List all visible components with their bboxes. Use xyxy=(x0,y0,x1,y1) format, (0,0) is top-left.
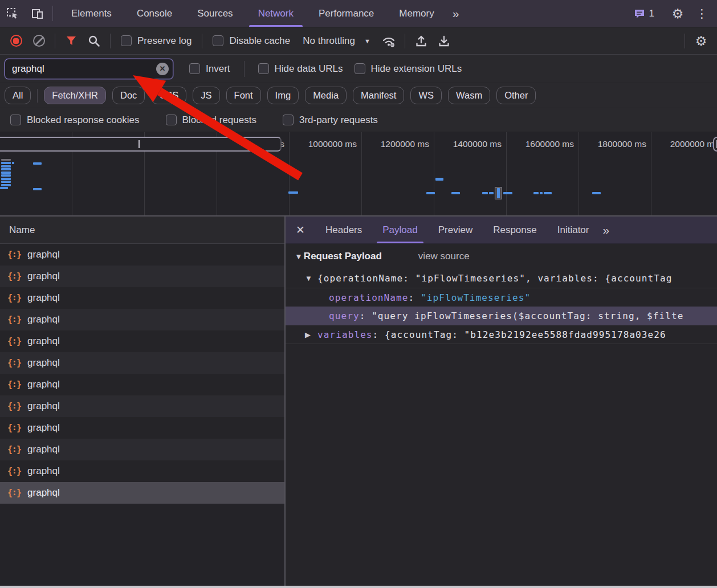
request-name: graphql xyxy=(27,401,60,412)
download-icon xyxy=(437,34,451,48)
throttling-select[interactable]: No throttling ▼ xyxy=(296,35,377,47)
payload-line[interactable]: ▶variables: {accountTag: "b12e3b2192ee55… xyxy=(286,325,717,344)
more-tabs-icon[interactable]: » xyxy=(599,217,612,243)
view-source-link[interactable]: view source xyxy=(418,251,470,262)
panel-tab[interactable]: Memory xyxy=(386,0,446,27)
request-row[interactable]: {∶} graphql xyxy=(0,287,284,309)
settings-button[interactable]: ⚙ xyxy=(665,6,690,21)
type-filter-chip[interactable]: WS xyxy=(410,87,442,104)
more-tabs-icon[interactable]: » xyxy=(447,0,464,27)
panel-tab[interactable]: Elements xyxy=(59,0,124,27)
request-row[interactable]: {∶} graphql xyxy=(0,309,284,330)
waterfall-bar xyxy=(482,192,488,194)
request-row[interactable]: {∶} graphql xyxy=(0,352,284,374)
filter-toggle-button[interactable] xyxy=(60,30,83,52)
details-tab[interactable]: Payload xyxy=(372,217,427,243)
export-har-button[interactable] xyxy=(433,30,455,52)
filter-input[interactable] xyxy=(5,59,173,79)
divider xyxy=(202,34,202,48)
type-filter-chip[interactable]: CSS xyxy=(151,87,186,104)
search-button[interactable] xyxy=(83,30,105,52)
invert-checkbox[interactable]: Invert xyxy=(184,63,236,75)
xhr-json-icon: {∶} xyxy=(7,466,21,476)
section-collapse-icon[interactable]: ▼ xyxy=(295,252,303,261)
record-network-log-button[interactable] xyxy=(5,30,27,52)
import-har-button[interactable] xyxy=(410,30,433,52)
type-filter-chip[interactable]: All xyxy=(5,87,31,104)
disable-cache-label: Disable cache xyxy=(229,35,290,47)
checkbox-icon xyxy=(258,63,269,74)
panel-tab[interactable]: Network xyxy=(246,0,306,27)
name-column-header[interactable]: Name xyxy=(0,217,284,244)
search-icon xyxy=(88,35,100,47)
disable-cache-checkbox[interactable]: Disable cache xyxy=(207,35,296,47)
request-row[interactable]: {∶} graphql xyxy=(0,330,284,352)
request-name: graphql xyxy=(27,444,60,455)
advanced-filter-checkbox[interactable]: Blocked requests xyxy=(160,115,262,126)
network-conditions-button[interactable] xyxy=(377,30,400,52)
collapse-arrow-icon[interactable]: ▶ xyxy=(305,330,317,339)
timeline-tick: 1400000 ms xyxy=(434,132,507,215)
details-tabs: HeadersPayloadPreviewResponseInitiator xyxy=(315,217,599,243)
filter-row: ✕ Invert Hide data URLs Hide extension U… xyxy=(0,55,717,83)
type-filter-chip[interactable]: Other xyxy=(496,87,536,104)
clear-network-log-button[interactable] xyxy=(27,30,50,52)
payload-text: {operationName: "ipFlowTimeseries", vari… xyxy=(317,273,673,284)
type-filter-chip[interactable]: Media xyxy=(305,87,347,104)
advanced-filter-checkbox[interactable]: 3rd-party requests xyxy=(277,115,384,126)
details-tab[interactable]: Preview xyxy=(428,217,483,243)
type-filter-chip[interactable]: Font xyxy=(226,87,261,104)
hide-extension-urls-checkbox[interactable]: Hide extension URLs xyxy=(349,63,468,75)
request-row[interactable]: {∶} graphql xyxy=(0,374,284,395)
hide-data-urls-checkbox[interactable]: Hide data URLs xyxy=(252,63,349,75)
overview-right-handle[interactable] xyxy=(713,137,717,152)
overview-left-handle[interactable] xyxy=(0,137,282,152)
request-row[interactable]: {∶} graphql xyxy=(0,417,284,439)
details-tab[interactable]: Response xyxy=(483,217,547,243)
payload-line[interactable]: query: "query ipFlowTimeseries($accountT… xyxy=(286,307,717,325)
type-filter-chip[interactable]: Img xyxy=(267,87,299,104)
advanced-filter-checkbox[interactable]: Blocked response cookies xyxy=(5,115,145,126)
main-menu-button[interactable]: ⋮ xyxy=(690,7,714,21)
type-filter-chip[interactable]: Doc xyxy=(112,87,145,104)
timeline-tick: 1000000 ms xyxy=(290,132,362,215)
request-row[interactable]: {∶} graphql xyxy=(0,244,284,266)
payload-line[interactable]: operationName: "ipFlowTimeseries" xyxy=(286,288,717,307)
advanced-filter-label: Blocked requests xyxy=(182,115,256,126)
panel-tab[interactable]: Sources xyxy=(185,0,245,27)
details-tab[interactable]: Headers xyxy=(315,217,372,243)
type-filter-chip[interactable]: JS xyxy=(193,87,219,104)
toggle-device-toolbar-button[interactable] xyxy=(25,0,50,27)
waterfall-bar xyxy=(592,192,601,194)
details-tab[interactable]: Initiator xyxy=(547,217,600,243)
request-row[interactable]: {∶} graphql xyxy=(0,439,284,460)
type-filter-chip[interactable]: Manifest xyxy=(353,87,404,104)
preserve-log-checkbox[interactable]: Preserve log xyxy=(115,35,197,47)
network-overview-timeline[interactable]: 200000 ms400000 ms600000 ms800000 ms1000… xyxy=(0,132,717,217)
request-row[interactable]: {∶} graphql xyxy=(0,395,284,417)
divider xyxy=(244,61,245,77)
waterfall-bar xyxy=(1,178,11,180)
request-row[interactable]: {∶} graphql xyxy=(0,482,284,504)
xhr-json-icon: {∶} xyxy=(7,379,21,390)
type-filter-chip[interactable]: Wasm xyxy=(448,87,490,104)
request-name: graphql xyxy=(27,292,60,304)
request-row[interactable]: {∶} graphql xyxy=(0,460,284,482)
close-details-button[interactable]: ✕ xyxy=(286,217,315,243)
issues-button[interactable]: 1 xyxy=(628,8,660,19)
waterfall-bar xyxy=(1,168,11,170)
panel-tab[interactable]: Performance xyxy=(306,0,386,27)
payload-line[interactable]: ▼{operationName: "ipFlowTimeseries", var… xyxy=(286,269,717,288)
network-settings-button[interactable]: ⚙ xyxy=(690,30,712,52)
throttling-value: No throttling xyxy=(303,35,355,47)
type-filter-chip[interactable]: Fetch/XHR xyxy=(44,87,106,104)
expand-arrow-icon[interactable]: ▼ xyxy=(305,274,317,283)
details-tabbar: ✕ HeadersPayloadPreviewResponseInitiator… xyxy=(286,217,717,244)
topbar-actions: 1 ⚙ ⋮ xyxy=(628,0,717,27)
inspect-element-button[interactable] xyxy=(0,0,25,27)
waterfall-bar xyxy=(1,181,11,183)
request-row[interactable]: {∶} graphql xyxy=(0,266,284,287)
preserve-log-label: Preserve log xyxy=(137,35,192,47)
panel-tab[interactable]: Console xyxy=(124,0,185,27)
clear-filter-button[interactable]: ✕ xyxy=(156,63,169,75)
